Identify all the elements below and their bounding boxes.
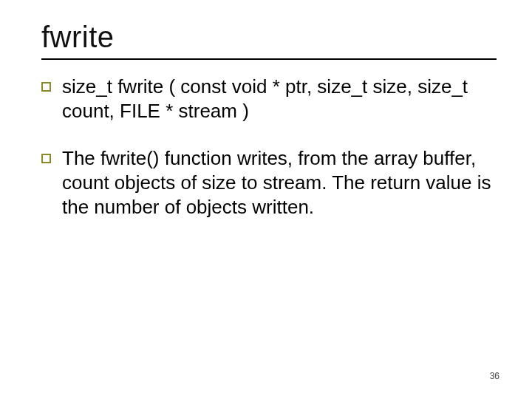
page-number: 36 [490,371,499,381]
slide: fwrite size_t fwrite ( const void * ptr,… [0,0,532,399]
page-title: fwrite [41,21,497,54]
bullet-list: size_t fwrite ( const void * ptr, size_t… [41,75,497,219]
title-rule [41,58,497,60]
list-item: The fwrite() function writes, from the a… [41,146,497,220]
bullet-text: size_t fwrite ( const void * ptr, size_t… [62,75,468,122]
square-bullet-icon [41,82,51,92]
square-bullet-icon [41,154,51,163]
list-item: size_t fwrite ( const void * ptr, size_t… [41,75,497,124]
bullet-text: The fwrite() function writes, from the a… [62,147,491,219]
